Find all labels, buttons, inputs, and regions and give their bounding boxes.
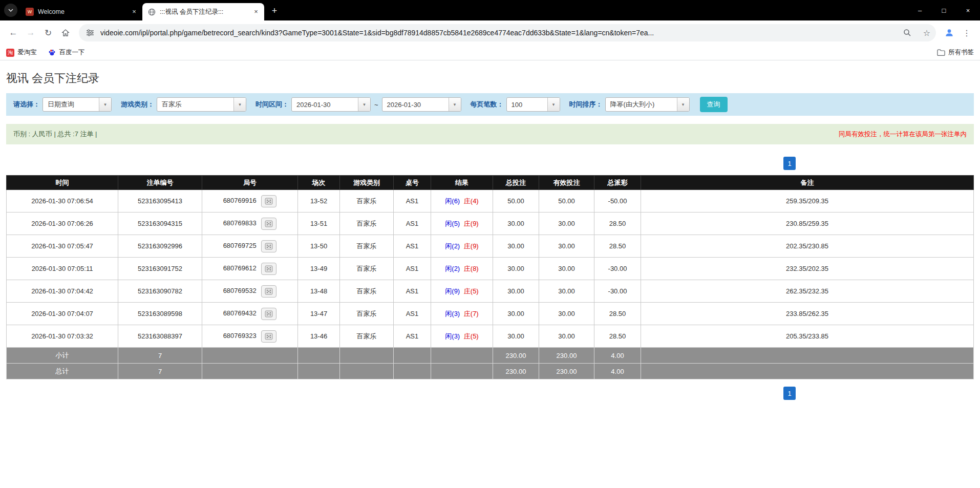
round-replay-button[interactable] — [261, 218, 276, 230]
cell-total-bet[interactable]: 30.00 — [493, 235, 539, 258]
total-count: 7 — [118, 364, 202, 379]
home-button[interactable] — [57, 25, 74, 41]
cell-payout: -30.00 — [594, 280, 641, 303]
zoom-icon[interactable] — [900, 26, 914, 40]
close-button[interactable]: × — [956, 0, 980, 20]
cell-result: 闲(3) 庄(7) — [431, 303, 493, 325]
cell-bet-id: 523163091752 — [118, 258, 202, 280]
person-icon — [944, 28, 954, 38]
round-replay-button[interactable] — [261, 240, 276, 252]
taobao-icon: 淘 — [6, 49, 14, 57]
round-id: 680769323 — [223, 332, 257, 340]
select-type-label: 请选择： — [13, 100, 40, 109]
time-sort-dropdown[interactable]: 降幂(由大到小) ▾ — [605, 97, 690, 112]
page-1-button[interactable]: 1 — [783, 387, 796, 400]
tab-betrecord[interactable]: :::视讯 会员下注纪录::: × — [142, 3, 264, 20]
page-1-button[interactable]: 1 — [783, 157, 796, 170]
cell-total-bet[interactable]: 50.00 — [493, 190, 539, 213]
footer-empty-cell — [641, 348, 974, 364]
tab-search-button[interactable] — [4, 4, 17, 17]
forward-button[interactable]: → — [23, 25, 39, 41]
col-header-total-bet: 总投注 — [493, 176, 539, 190]
date-from-dropdown[interactable]: 2026-01-30 ▾ — [291, 97, 371, 112]
cell-valid-bet: 30.00 — [539, 235, 594, 258]
browser-titlebar: W Welcome × :::视讯 会员下注纪录::: × + – □ × — [0, 0, 980, 20]
chevron-down-icon[interactable]: ▾ — [677, 98, 689, 111]
total-row: 总计 7 230.00 230.00 4.00 — [7, 364, 974, 379]
cell-total-bet[interactable]: 30.00 — [493, 258, 539, 280]
cell-time: 2026-01-30 07:06:54 — [7, 190, 118, 213]
minimize-button[interactable]: – — [908, 0, 932, 20]
reload-button[interactable]: ↻ — [40, 25, 56, 41]
tab-close-icon[interactable]: × — [130, 8, 138, 16]
result-player: 闲(6) — [445, 197, 460, 205]
chevron-down-icon[interactable]: ▾ — [358, 98, 370, 111]
maximize-button[interactable]: □ — [932, 0, 956, 20]
result-player: 闲(9) — [445, 287, 460, 295]
round-id: 680769432 — [223, 309, 257, 317]
page-title: 视讯 会员下注纪录 — [6, 71, 974, 86]
cell-game-type: 百家乐 — [340, 325, 394, 348]
page-size-dropdown[interactable]: 100 ▾ — [506, 97, 560, 112]
cell-note: 232.35/202.35 — [641, 258, 974, 280]
chevron-down-icon[interactable]: ▾ — [547, 98, 560, 111]
cell-session: 13-49 — [298, 258, 340, 280]
bookmark-aitaobao[interactable]: 淘 爱淘宝 — [6, 48, 37, 57]
cell-total-bet[interactable]: 30.00 — [493, 325, 539, 348]
cell-total-bet[interactable]: 30.00 — [493, 213, 539, 235]
result-banker: 庄(5) — [464, 332, 479, 340]
subtotal-row: 小计 7 230.00 230.00 4.00 — [7, 348, 974, 364]
address-bar[interactable]: videoie.com/ipl/portal.php/game/betrecor… — [79, 24, 936, 41]
table-row: 2026-01-30 07:05:47 523163092996 6807697… — [7, 235, 974, 258]
table-row: 2026-01-30 07:04:42 523163090782 6807695… — [7, 280, 974, 303]
date-to-dropdown[interactable]: 2026-01-30 ▾ — [382, 97, 461, 112]
tune-icon[interactable] — [85, 28, 95, 38]
back-button[interactable]: ← — [5, 25, 22, 41]
result-banker: 庄(9) — [464, 242, 479, 250]
chevron-down-icon[interactable]: ▾ — [449, 98, 461, 111]
cell-payout: 28.50 — [594, 213, 641, 235]
tab-welcome[interactable]: W Welcome × — [20, 3, 142, 20]
col-header-table-no: 桌号 — [394, 176, 431, 190]
round-replay-button[interactable] — [261, 195, 276, 207]
cell-session: 13-47 — [298, 303, 340, 325]
url-text[interactable]: videoie.com/ipl/portal.php/game/betrecor… — [100, 29, 895, 37]
round-replay-button[interactable] — [261, 263, 276, 275]
cell-bet-id: 523163090782 — [118, 280, 202, 303]
time-sort-label: 时间排序： — [569, 100, 603, 109]
cell-total-bet[interactable]: 30.00 — [493, 280, 539, 303]
cell-bet-id: 523163088397 — [118, 325, 202, 348]
cell-game-type: 百家乐 — [340, 213, 394, 235]
col-header-valid-bet: 有效投注 — [539, 176, 594, 190]
col-header-bet-id: 注单编号 — [118, 176, 202, 190]
all-bookmarks[interactable]: 所有书签 — [937, 48, 974, 57]
select-type-dropdown[interactable]: 日期查询 ▾ — [42, 97, 112, 112]
search-button[interactable]: 查询 — [700, 97, 728, 112]
round-replay-button[interactable] — [261, 285, 276, 298]
cell-round-id: 680769532 — [202, 280, 298, 303]
time-sort-value: 降幂(由大到小) — [606, 98, 677, 111]
summary-note: 同局有效投注，统一计算在该局第一张注单内 — [839, 130, 967, 139]
cell-time: 2026-01-30 07:06:26 — [7, 213, 118, 235]
new-tab-button[interactable]: + — [267, 4, 282, 18]
cell-total-bet[interactable]: 30.00 — [493, 303, 539, 325]
cell-table-no: AS1 — [394, 190, 431, 213]
cell-valid-bet: 50.00 — [539, 190, 594, 213]
page-size-label: 每页笔数： — [471, 100, 504, 109]
cell-round-id: 680769833 — [202, 213, 298, 235]
round-replay-button[interactable] — [261, 330, 276, 343]
chevron-down-icon[interactable]: ▾ — [233, 98, 246, 111]
profile-avatar[interactable] — [941, 25, 957, 41]
chevron-down-icon[interactable]: ▾ — [99, 98, 111, 111]
browser-menu-icon[interactable]: ⋮ — [958, 25, 975, 41]
round-replay-button[interactable] — [261, 308, 276, 320]
bookmark-baidu[interactable]: 百度一下 — [48, 48, 85, 57]
bookmark-star-icon[interactable]: ☆ — [920, 26, 934, 40]
window-controls: – □ × — [908, 0, 980, 20]
page-content: 视讯 会员下注纪录 请选择： 日期查询 ▾ 游戏类别： 百家乐 ▾ 时间区间： … — [0, 71, 980, 400]
tab-close-icon[interactable]: × — [252, 8, 260, 16]
cell-game-type: 百家乐 — [340, 190, 394, 213]
cell-bet-id: 523163089598 — [118, 303, 202, 325]
game-type-dropdown[interactable]: 百家乐 ▾ — [157, 97, 246, 112]
table-row: 2026-01-30 07:06:54 523163095413 6807699… — [7, 190, 974, 213]
